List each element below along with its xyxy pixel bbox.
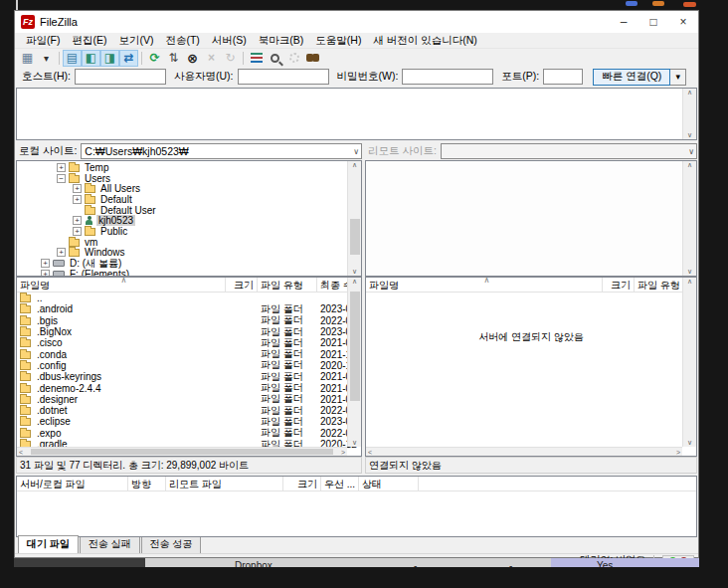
column-header-1[interactable]: 크기 [226,278,258,292]
tree-item-d-[interactable]: +D: (새 볼륨) [17,258,347,269]
filter-button[interactable] [247,50,266,67]
menu-item-2[interactable]: 보기(V) [112,34,159,48]
reconnect-button[interactable] [221,50,240,67]
column-header-0[interactable]: 서버/로컬 파일 [17,477,128,490]
minimize-button[interactable]: – [609,11,638,33]
tree-item-f-elements-[interactable]: +F: (Elements) [17,269,347,277]
remote-tree-toggle[interactable] [100,50,119,67]
site-manager-dropdown[interactable] [37,50,56,67]
title-bar: Fz FileZilla – □ × [15,11,698,33]
refresh-button[interactable] [145,50,164,67]
expand-icon[interactable]: + [57,248,66,257]
remote-tree-pane: ∧∨ [365,160,697,277]
pane-status-row: 31 파일 및 77 디렉터리. 총 크기: 29,899,002 바이트 연결… [15,457,698,474]
tree-item-kjh0523[interactable]: +kjh0523 [17,215,347,226]
queue-toggle[interactable] [119,50,138,67]
disconnect-icon [208,52,215,64]
column-header-1[interactable]: 크기 [603,278,635,292]
menu-item-1[interactable]: 편집(E) [66,34,112,48]
file-name-cell: .config [17,360,226,371]
menu-item-4[interactable]: 서버(S) [206,34,253,48]
expand-icon[interactable]: + [41,270,50,277]
remote-site-dropdown[interactable]: ∨ [441,143,697,159]
menu-item-0[interactable]: 파일(F) [20,34,66,48]
local-file-list: 파일명∧크기파일 유형최종 수정 ...android파일 폴더2023-01-… [16,277,362,457]
message-log-toggle[interactable] [63,50,82,67]
column-header-4[interactable]: 우선 ... [321,477,359,490]
tree-item-public[interactable]: +Public [17,226,347,237]
local-file-rows: ...android파일 폴더2023-01-.bgis파일 폴더2022-08… [17,293,361,450]
quickconnect-button[interactable]: 빠른 연결(Q) [593,69,670,86]
queue-tab-2[interactable]: 전송 성공 [141,535,202,553]
file-name-text: .config [37,360,66,371]
tree-item-default-user[interactable]: Default User [17,205,347,216]
file-name-cell: .BigNox [17,326,226,337]
remote-list-hscrollbar[interactable]: <> [366,447,682,456]
tree-item-users[interactable]: −Users [17,173,347,184]
directory-comparison-button[interactable] [266,50,284,67]
tree-item-temp[interactable]: +Temp [17,162,347,173]
expand-icon[interactable]: + [73,195,82,204]
synchronized-browsing-button[interactable] [284,50,303,67]
tree-item-default[interactable]: +Default [17,194,347,205]
expand-icon[interactable]: + [41,259,50,268]
local-site-label: 로컬 사이트: [19,144,77,158]
message-log-scrollbar[interactable]: ∧∨ [682,89,696,139]
remote-not-connected-message: 서버에 연결되지 않았음 [366,330,696,344]
collapse-icon[interactable]: − [57,174,66,183]
port-input[interactable] [543,69,583,85]
queue-tab-0[interactable]: 대기 파일 [18,535,79,553]
expand-icon[interactable]: + [57,163,66,172]
site-manager-button[interactable] [18,50,37,67]
column-header-0[interactable]: 파일명∧ [17,278,226,292]
username-input[interactable] [238,69,329,85]
file-name-cell: .eclipse [17,416,226,427]
tree-item-label: Public [98,226,129,237]
column-header-3[interactable]: 크기 [283,477,321,490]
menu-item-5[interactable]: 북마크(B) [253,34,310,48]
filter-icon [251,53,263,63]
column-header-2[interactable]: 리모트 파일 [166,477,283,490]
host-input[interactable] [75,69,166,85]
remote-list-vscrollbar[interactable]: ∧∨ [682,278,696,447]
expand-icon[interactable]: + [73,184,82,193]
menu-item-7[interactable]: 새 버전이 있습니다(N) [367,34,482,48]
local-status-text: 31 파일 및 77 디렉터리. 총 크기: 29,899,002 바이트 [16,457,362,474]
transfer-queue-pane: 서버/로컬 파일방향리모트 파일크기우선 ...상태 [16,476,697,537]
local-list-vscrollbar[interactable]: ∧∨ [347,278,361,447]
local-tree-pane: +Temp−Users+All Users+DefaultDefault Use… [16,160,362,277]
background-artifact [683,2,696,7]
quickconnect-dropdown[interactable]: ▾ [670,69,686,86]
expand-icon[interactable]: + [73,227,82,236]
maximize-button[interactable]: □ [638,11,668,33]
tree-item-windows[interactable]: +Windows [17,248,347,259]
menu-item-6[interactable]: 도움말(H) [309,34,367,48]
column-header-5[interactable]: 상태 [359,477,419,490]
process-queue-button[interactable] [164,50,183,67]
cancel-button[interactable] [183,50,202,67]
expand-icon[interactable]: + [73,216,82,225]
find-files-button[interactable] [303,50,322,67]
close-button[interactable]: × [668,11,698,33]
tree-item-all-users[interactable]: +All Users [17,183,347,194]
menu-item-3[interactable]: 전송(T) [159,34,205,48]
local-list-hscrollbar[interactable]: <> [17,447,347,456]
folder-icon [20,418,31,426]
tree-item-vm[interactable]: vm [17,237,347,248]
column-header-1[interactable]: 방향 [128,477,166,490]
password-input[interactable] [402,69,493,85]
local-site-dropdown[interactable]: C:₩Users₩kjh0523₩ ∨ [81,143,362,159]
folder-icon [69,175,80,183]
disconnect-button[interactable] [202,50,221,67]
column-header-2[interactable]: 파일 유형 [258,278,317,292]
folder-icon [20,385,31,393]
folder-icon [20,351,31,359]
folder-icon [20,339,31,347]
folder-icon [69,249,80,257]
local-tree-scrollbar[interactable]: ∧∨ [347,161,361,276]
local-tree-toggle[interactable] [82,50,100,67]
column-header-0[interactable]: 파일명∧ [366,278,603,292]
queue-tab-1[interactable]: 전송 실패 [80,535,140,553]
drive-icon [53,260,65,267]
remote-tree-scrollbar[interactable]: ∧∨ [682,161,696,276]
